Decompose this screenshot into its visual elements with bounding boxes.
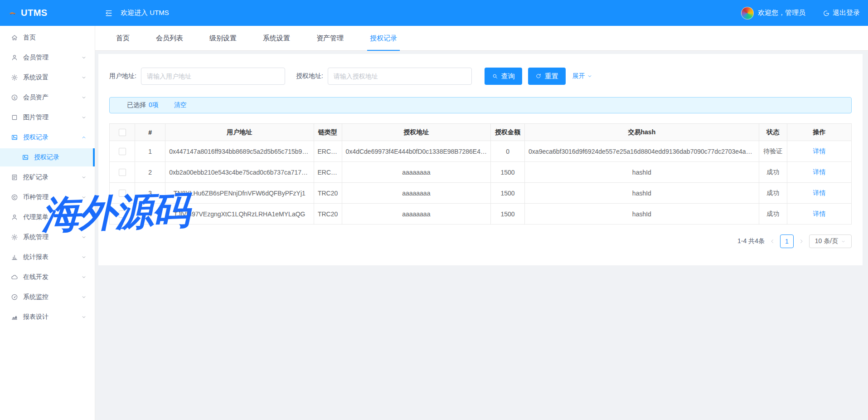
tab-item[interactable]: 级别设置 — [209, 26, 237, 50]
picture-icon — [11, 134, 18, 141]
table-row: 10x447147a8016ff934bb8689c5a2d5b65c715b9… — [110, 141, 852, 162]
sidebar-item[interactable]: 图片管理 — [0, 108, 95, 127]
prev-page-button[interactable] — [769, 238, 776, 244]
row-index: 1 — [135, 141, 165, 162]
brand-title: UTMS — [21, 8, 48, 18]
chevron-down-icon — [587, 73, 592, 79]
topbar-right: 欢迎您，管理员 退出登录 — [741, 7, 868, 20]
row-checkbox[interactable] — [119, 190, 126, 197]
sidebar-item[interactable]: 报表设计 — [0, 308, 95, 326]
sidebar-item[interactable]: 统计报表 — [0, 248, 95, 266]
row-detail-link[interactable]: 详情 — [813, 210, 825, 217]
row-index: 2 — [135, 162, 165, 183]
sidebar-item[interactable]: 首页 — [0, 29, 95, 47]
tab-item[interactable]: 系统设置 — [263, 26, 290, 50]
page-number-button[interactable]: 1 — [780, 234, 794, 248]
auth-address-cell: 0x4dCde69973f4E444b0fD0c1338E98B7286E42A… — [342, 141, 490, 162]
sidebar-item-label: 系统管理 — [23, 233, 81, 241]
chevron-down-icon — [81, 215, 87, 220]
sidebar-item[interactable]: 在线开发 — [0, 268, 95, 286]
sidebar-item[interactable]: $会员资产 — [0, 88, 95, 107]
status-cell: 待验证 — [759, 141, 787, 162]
sidebar-item[interactable]: 会员管理 — [0, 49, 95, 67]
selection-bar: 已选择 0项 清空 — [109, 97, 852, 113]
sidebar-item-label: 图片管理 — [23, 113, 81, 122]
topbar: UTMS 欢迎进入 UTMS 欢迎您，管理员 退出登录 — [0, 0, 868, 26]
tx-hash-cell: hashId — [525, 162, 759, 183]
table-column-header: 操作 — [787, 124, 851, 141]
status-cell: 成功 — [759, 162, 787, 183]
logout-label: 退出登录 — [833, 9, 860, 17]
user-greeting: 欢迎您，管理员 — [758, 9, 805, 17]
dollar-icon: $ — [11, 94, 18, 101]
search-button-label: 查询 — [501, 72, 515, 81]
sidebar-item-label: 代理菜单 — [23, 213, 81, 221]
user-address-input[interactable] — [141, 68, 285, 85]
sidebar-item-label: 统计报表 — [23, 253, 81, 261]
gear-icon — [11, 234, 18, 241]
page-size-value: 10 条/页 — [815, 237, 838, 245]
next-page-button[interactable] — [798, 238, 805, 244]
tab-item[interactable]: 资产管理 — [316, 26, 344, 50]
status-cell: 成功 — [759, 204, 787, 225]
chevron-down-icon — [81, 55, 87, 60]
table-column-header: 授权地址 — [342, 124, 490, 141]
sidebar-item[interactable]: 系统设置 — [0, 68, 95, 87]
table-header-row: #用户地址链类型授权地址授权金额交易hash状态操作 — [110, 124, 852, 141]
row-checkbox[interactable] — [119, 148, 126, 155]
select-all-checkbox[interactable] — [119, 129, 126, 136]
chevron-down-icon — [81, 294, 87, 300]
sidebar-item[interactable]: 代理菜单 — [0, 208, 95, 226]
row-index: 4 — [135, 204, 165, 225]
sidebar-item-label: 币种管理 — [23, 193, 81, 201]
sidebar-item[interactable]: 挖矿记录 — [0, 168, 95, 186]
chevron-down-icon — [81, 314, 87, 320]
sidebar-subitem[interactable]: 授权记录 — [0, 148, 95, 166]
selection-count: 0项 — [149, 101, 159, 109]
chevron-down-icon — [81, 95, 87, 100]
refresh-icon — [535, 73, 542, 79]
tx-hash-cell: hashId — [525, 183, 759, 204]
selection-prefix: 已选择 — [127, 101, 146, 109]
sidebar-subitem-label: 授权记录 — [34, 153, 95, 161]
tab-item[interactable]: 首页 — [116, 26, 130, 50]
search-icon — [492, 73, 498, 79]
chevron-down-icon — [81, 115, 87, 120]
tab-item[interactable]: 会员列表 — [156, 26, 183, 50]
sidebar-item-label: 首页 — [23, 34, 87, 42]
auth-address-cell: aaaaaaaa — [342, 162, 490, 183]
dashboard-icon — [11, 293, 18, 301]
menu-fold-icon[interactable] — [104, 9, 113, 18]
row-checkbox[interactable] — [119, 210, 126, 218]
auth-address-cell: aaaaaaaa — [342, 183, 490, 204]
row-checkbox-cell — [110, 183, 135, 204]
row-detail-link[interactable]: 详情 — [813, 168, 825, 176]
sidebar: 首页会员管理系统设置$会员资产图片管理授权记录授权记录挖矿记录币种管理代理菜单系… — [0, 26, 95, 420]
logout-button[interactable]: 退出登录 — [823, 9, 860, 17]
cloud-icon — [11, 273, 18, 281]
auth-address-input[interactable] — [328, 68, 472, 85]
row-detail-link[interactable]: 详情 — [813, 147, 825, 155]
table-column-header: 授权金额 — [490, 124, 524, 141]
sidebar-item[interactable]: 系统监控 — [0, 288, 95, 306]
chevron-up-icon — [81, 135, 87, 140]
row-checkbox[interactable] — [119, 169, 126, 176]
main-area: 用户地址: 授权地址: 查询 重置 展开 已选择 0 — [95, 51, 868, 265]
tx-hash-cell: 0xa9eca6bf3016d9f6924de557e25a16d8804edd… — [525, 141, 759, 162]
sidebar-item-label: 报表设计 — [23, 313, 81, 321]
search-button[interactable]: 查询 — [485, 68, 522, 85]
chevron-down-icon — [81, 195, 87, 200]
tab-item[interactable]: 授权记录 — [370, 26, 397, 50]
page-size-select[interactable]: 10 条/页 — [809, 234, 852, 248]
table-column-header: # — [135, 124, 165, 141]
status-cell: 成功 — [759, 183, 787, 204]
expand-toggle[interactable]: 展开 — [572, 72, 592, 80]
sidebar-item[interactable]: 授权记录 — [0, 128, 95, 147]
clear-selection-link[interactable]: 清空 — [174, 101, 187, 109]
sidebar-item[interactable]: 系统管理 — [0, 228, 95, 246]
sidebar-item[interactable]: 币种管理 — [0, 188, 95, 206]
welcome-text: 欢迎进入 UTMS — [121, 9, 169, 17]
user-avatar[interactable] — [741, 7, 754, 20]
reset-button[interactable]: 重置 — [528, 68, 566, 85]
row-detail-link[interactable]: 详情 — [813, 189, 825, 196]
